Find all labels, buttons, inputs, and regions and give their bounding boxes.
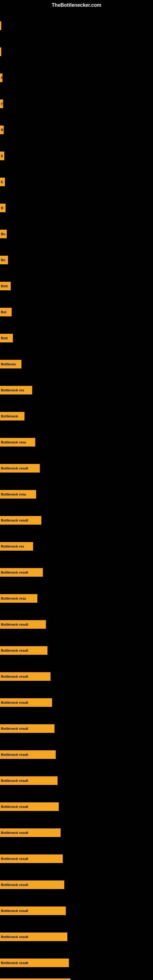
bar-label-32: Bottleneck result [1,831,28,835]
bar-row-4: F [0,97,153,121]
bar-label-37: Bottleneck result [1,961,28,965]
bar-fill-26: Bottleneck result [0,672,51,681]
bar-label-15: Bottleneck res [1,388,24,392]
bar-label-10: Bo [1,258,5,262]
bar-row-2 [0,45,153,69]
bar-row-24: Bottleneck result [0,617,153,641]
bar-fill-1 [0,21,1,30]
bar-label-30: Bottleneck result [1,779,28,783]
bar-label-36: Bottleneck result [1,935,28,939]
bar-row-18: Bottleneck result [0,461,153,485]
bar-fill-32: Bottleneck result [0,829,61,837]
bar-row-6: E [0,148,153,173]
bar-label-24: Bottleneck result [1,623,28,626]
bar-row-38: Bottleneck result [0,975,153,980]
bar-fill-37: Bottleneck result [0,959,69,967]
bar-label-6: E [1,154,3,158]
bar-label-13: Bott [1,336,8,340]
bar-fill-21: Bottleneck res [0,542,33,550]
bar-fill-14: Bottlenec [0,360,21,368]
bar-fill-35: Bottleneck result [0,907,66,915]
bar-label-8: B [1,206,3,210]
bar-fill-5: B [0,126,4,134]
bar-row-12: Bot [0,305,153,329]
bar-row-13: Bott [0,331,153,355]
bar-label-26: Bottleneck result [1,675,28,678]
bar-fill-34: Bottleneck result [0,880,64,889]
bar-label-19: Bottleneck resu [1,492,26,496]
bar-row-31: Bottleneck result [0,799,153,824]
bar-label-12: Bot [1,310,6,314]
bar-fill-36: Bottleneck result [0,932,67,941]
bar-label-5: B [1,128,3,132]
bar-row-16: Bottleneck [0,409,153,433]
chart-container: FFBEEBBoBoBottBotBottBottlenecBottleneck… [0,9,153,980]
bar-row-15: Bottleneck res [0,383,153,407]
bar-fill-11: Bott [0,282,11,290]
bar-row-10: Bo [0,253,153,277]
bar-fill-9: Bo [0,230,7,238]
bar-row-23: Bottleneck resu [0,591,153,616]
bar-fill-25: Bottleneck result [0,646,48,655]
bar-label-25: Bottleneck result [1,649,28,652]
bar-fill-28: Bottleneck result [0,724,54,733]
bar-row-32: Bottleneck result [0,825,153,850]
bar-row-7: E [0,175,153,199]
bar-row-22: Bottleneck result [0,565,153,590]
bar-fill-17: Bottleneck resu [0,438,35,447]
bar-label-34: Bottleneck result [1,883,28,886]
bar-row-1 [0,18,153,43]
bar-label-16: Bottleneck [1,414,18,418]
bar-fill-30: Bottleneck result [0,776,57,785]
bar-row-5: B [0,123,153,147]
bar-fill-22: Bottleneck result [0,568,43,577]
bar-label-28: Bottleneck result [1,727,28,730]
bar-fill-3: F [0,73,2,82]
bar-label-3: F [1,76,2,80]
bar-label-31: Bottleneck result [1,805,28,808]
bar-row-21: Bottleneck res [0,539,153,563]
bar-label-11: Bott [1,284,8,288]
bar-label-18: Bottleneck result [1,466,28,470]
bar-fill-19: Bottleneck resu [0,490,36,499]
site-title: TheBottlenecker.com [0,0,153,9]
bar-fill-38: Bottleneck result [0,978,70,980]
bar-row-17: Bottleneck resu [0,435,153,460]
bar-label-4: F [1,102,3,106]
bar-fill-16: Bottleneck [0,412,24,420]
bar-row-36: Bottleneck result [0,929,153,954]
bar-fill-33: Bottleneck result [0,854,63,863]
bar-row-35: Bottleneck result [0,904,153,928]
bar-label-22: Bottleneck result [1,571,28,574]
bar-label-33: Bottleneck result [1,857,28,861]
bar-label-20: Bottleneck result [1,519,28,522]
bar-fill-13: Bott [0,334,13,342]
bar-row-9: Bo [0,227,153,251]
bar-row-33: Bottleneck result [0,851,153,876]
bar-label-17: Bottleneck resu [1,441,26,444]
bar-row-34: Bottleneck result [0,877,153,902]
bar-fill-24: Bottleneck result [0,620,46,629]
bar-row-28: Bottleneck result [0,721,153,746]
bar-fill-6: E [0,151,4,160]
bar-row-3: F [0,70,153,95]
bar-row-14: Bottlenec [0,357,153,381]
bar-row-26: Bottleneck result [0,669,153,694]
bar-label-14: Bottlenec [1,362,16,366]
bar-fill-4: F [0,100,3,108]
bar-row-11: Bott [0,279,153,303]
bar-row-27: Bottleneck result [0,695,153,720]
page-container: TheBottlenecker.com FFBEEBBoBoBottBotBot… [0,0,153,980]
bar-fill-18: Bottleneck result [0,464,40,473]
bar-fill-12: Bot [0,308,12,317]
bar-row-25: Bottleneck result [0,643,153,668]
bar-fill-7: E [0,178,5,186]
bar-label-29: Bottleneck result [1,753,28,756]
bar-fill-2 [0,48,1,56]
bar-row-19: Bottleneck resu [0,487,153,511]
bar-label-35: Bottleneck result [1,909,28,913]
bar-fill-27: Bottleneck result [0,698,52,707]
bar-fill-10: Bo [0,256,8,264]
bar-fill-31: Bottleneck result [0,802,59,811]
bar-row-30: Bottleneck result [0,773,153,798]
